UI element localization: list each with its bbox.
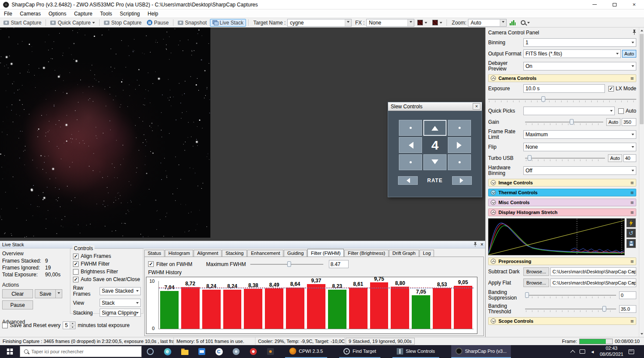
apply-flat-browse-button[interactable]: Browse...	[523, 278, 549, 287]
scroll-up-icon[interactable]	[639, 28, 644, 34]
collapse-icon[interactable]	[491, 259, 496, 264]
align-frames-checkbox[interactable]	[73, 254, 79, 259]
turbo-usb-value[interactable]: 40	[623, 154, 636, 162]
tab-histogram[interactable]: Histogram	[165, 250, 193, 257]
hamburger-icon[interactable]: ≡	[630, 210, 634, 215]
banding-suppression-slider[interactable]	[525, 291, 616, 299]
turbo-usb-auto-button[interactable]: Auto	[608, 154, 622, 162]
collapse-icon[interactable]	[491, 210, 496, 215]
frame-rate-limit-select[interactable]: Maximum	[523, 130, 636, 139]
pin-icon[interactable]	[474, 242, 477, 248]
chevron-down-icon[interactable]	[407, 19, 414, 26]
hamburger-icon[interactable]: ≡	[630, 190, 634, 196]
chevron-down-icon[interactable]	[55, 290, 62, 298]
collapse-icon[interactable]	[491, 76, 496, 81]
flat-swatch-button[interactable]	[430, 19, 444, 26]
close-icon[interactable]: ×	[480, 242, 483, 247]
filter-on-fwhm-checkbox[interactable]	[148, 261, 154, 267]
tab-stacking[interactable]: Stacking	[222, 250, 247, 257]
display-histogram-stretch-section-header[interactable]: Display Histogram Stretch ≡	[488, 208, 636, 216]
spin-up-icon[interactable]	[70, 322, 75, 326]
save-stretch-button[interactable]	[626, 239, 636, 248]
tab-guiding[interactable]: Guiding	[284, 250, 307, 257]
debayer-preview-select[interactable]: On	[523, 62, 636, 70]
maximize-button[interactable]	[605, 0, 624, 9]
hamburger-icon[interactable]: ≡	[630, 318, 634, 324]
stop-capture-button[interactable]: Stop Capture	[102, 19, 144, 26]
gain-value[interactable]: 350	[622, 118, 636, 126]
slew-left-button[interactable]	[399, 137, 422, 153]
gain-slider[interactable]	[525, 118, 603, 126]
mail-app-button[interactable]	[193, 345, 210, 358]
tray-chevron-up-icon[interactable]	[570, 350, 575, 355]
quick-picks-auto-checkbox[interactable]	[618, 108, 624, 114]
binning-select[interactable]: 1	[523, 38, 636, 47]
file-explorer-button[interactable]	[176, 345, 193, 358]
banding-suppression-value[interactable]: 0	[619, 291, 636, 299]
subtract-dark-select[interactable]: C:\Users\marcb\Desktop\SharpCap Capt...	[550, 267, 636, 276]
slew-southeast-button[interactable]	[448, 154, 471, 170]
hamburger-icon[interactable]: ≡	[630, 180, 634, 186]
menu-item-scripting[interactable]: Scripting	[116, 9, 144, 18]
scroll-down-icon[interactable]	[639, 331, 644, 337]
edge-button[interactable]	[159, 345, 176, 358]
subtract-dark-browse-button[interactable]: Browse...	[523, 267, 549, 276]
save-reset-checkbox[interactable]	[2, 323, 8, 328]
raw-frames-select[interactable]: Save Stacked	[100, 287, 141, 295]
turbo-usb-slider[interactable]	[525, 154, 605, 162]
clear-button[interactable]: Clear	[2, 289, 33, 298]
flip-select[interactable]: None	[523, 143, 636, 151]
tab-enhancement[interactable]: Enhancement	[247, 250, 283, 257]
satellite-app-button[interactable]	[228, 345, 245, 358]
hamburger-icon[interactable]: ≡	[630, 76, 634, 81]
menu-item-capture[interactable]: Capture	[70, 9, 96, 18]
dark-app-button[interactable]	[262, 345, 279, 358]
snapshot-button[interactable]: Snapshot	[176, 19, 209, 26]
auto-stretch-button[interactable]	[626, 218, 636, 227]
minimize-button[interactable]	[585, 0, 605, 9]
expand-icon[interactable]	[491, 190, 496, 195]
taskbar-app-find-target[interactable]: Find Target	[339, 345, 380, 358]
slew-up-button[interactable]	[423, 120, 447, 136]
rate-decrease-button[interactable]	[398, 176, 418, 185]
lx-mode-checkbox[interactable]	[608, 86, 614, 92]
histogram-graph[interactable]	[488, 218, 625, 255]
gain-auto-button[interactable]: Auto	[606, 118, 620, 126]
hardware-binning-select[interactable]: Off	[523, 166, 636, 175]
menu-item-cameras[interactable]: Cameras	[16, 9, 45, 18]
output-format-select[interactable]: FITS files (*.fits)	[523, 49, 621, 58]
exposure-input[interactable]: 10.0 s	[523, 84, 605, 93]
expand-icon[interactable]	[491, 200, 496, 205]
output-format-auto-button[interactable]: Auto	[622, 50, 636, 58]
taskbar-app-slew-controls[interactable]: Slew Controls	[392, 345, 439, 358]
quick-picks-select[interactable]	[523, 107, 615, 115]
save-button[interactable]: Save	[35, 289, 62, 298]
cortana-button[interactable]	[142, 345, 159, 358]
action-center-icon[interactable]	[629, 349, 634, 354]
tab-filter-fwhm[interactable]: Filter (FWHM)	[307, 249, 344, 257]
scope-controls-section-header[interactable]: Scope Controls ≡	[488, 317, 636, 325]
panel-scrollbar[interactable]	[639, 28, 644, 337]
chevron-down-icon[interactable]	[345, 19, 351, 26]
spin-down-icon[interactable]	[70, 326, 75, 329]
fwhm-filter-checkbox[interactable]	[73, 261, 79, 267]
dark-swatch-button[interactable]	[415, 19, 429, 26]
hamburger-icon[interactable]: ≡	[630, 200, 634, 205]
chevron-down-icon[interactable]	[500, 19, 506, 26]
maximum-fwhm-slider[interactable]	[250, 260, 323, 268]
banding-threshold-value[interactable]: 35.0	[619, 305, 636, 313]
display-icon[interactable]	[580, 349, 585, 354]
expand-icon[interactable]	[491, 318, 496, 324]
exposure-slider[interactable]	[488, 95, 636, 104]
quick-capture-button[interactable]: Quick Capture	[48, 19, 97, 26]
start-button[interactable]	[0, 345, 20, 358]
c-app-button[interactable]	[210, 345, 228, 358]
hamburger-icon[interactable]: ≡	[630, 259, 634, 264]
zoom-tool-button[interactable]	[519, 20, 532, 25]
taskbar-app-sharpcap-pro-v3[interactable]: SharpCap Pro (v3...	[451, 345, 511, 358]
taskbar-app-cpwi-2-3-5[interactable]: CPWI 2.3.5	[285, 345, 327, 358]
maximum-fwhm-value[interactable]: 8.47	[329, 260, 349, 268]
slew-southwest-button[interactable]	[399, 154, 422, 170]
save-reset-spinner[interactable]: 5	[63, 321, 76, 329]
preprocessing-section-header[interactable]: Preprocessing ≡	[488, 257, 636, 265]
